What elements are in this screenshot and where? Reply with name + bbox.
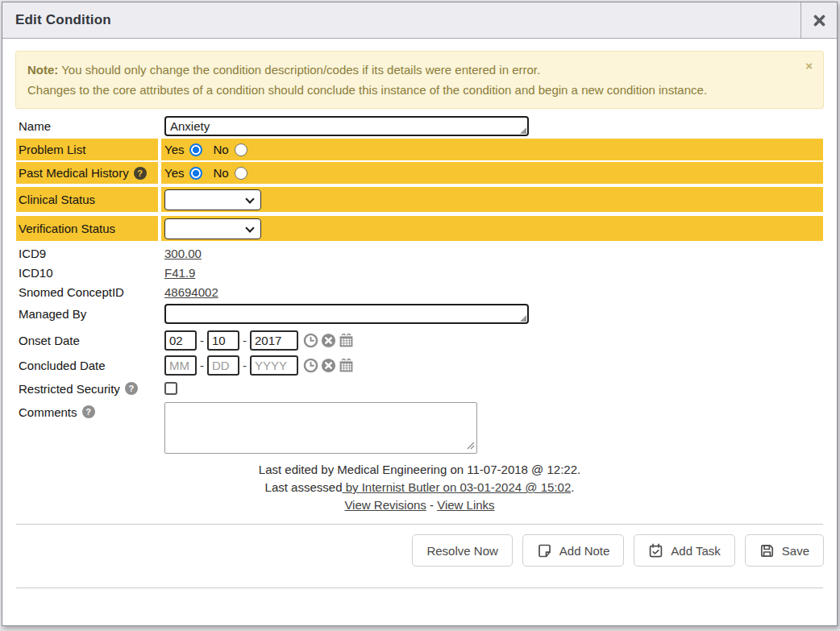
- divider: [16, 524, 823, 525]
- date-separator: -: [200, 359, 204, 372]
- close-icon: [813, 15, 825, 27]
- snomed-code-link[interactable]: 48694002: [164, 285, 218, 299]
- dialog-buttons: Resolve Now Add Note Add Task Save: [15, 534, 824, 567]
- pmh-yes-radio[interactable]: [189, 167, 202, 180]
- floppy-disk-icon: [759, 543, 775, 558]
- dialog-header: Edit Condition: [2, 2, 837, 39]
- snomed-label: Snomed ConceptID: [16, 283, 158, 301]
- concluded-year-input[interactable]: [250, 355, 298, 376]
- edit-condition-dialog: Edit Condition Note: You should only cha…: [2, 2, 838, 626]
- pmh-yes-label: Yes: [164, 166, 184, 180]
- view-revisions-link[interactable]: View Revisions: [344, 498, 426, 512]
- concluded-date-row: Concluded Date - -: [16, 354, 823, 376]
- pmh-no-label: No: [213, 166, 228, 180]
- calendar-icon[interactable]: [339, 358, 354, 373]
- view-links-line: View Revisions - View Links: [16, 496, 823, 514]
- chevron-down-icon: [245, 194, 254, 203]
- name-row: Name: [16, 114, 823, 137]
- verification-status-label: Verification Status: [16, 216, 158, 241]
- name-input[interactable]: [164, 116, 529, 136]
- last-assessed-link[interactable]: by Internist Butler on 03-01-2024 @ 15:0…: [342, 480, 571, 494]
- verification-status-select[interactable]: [164, 218, 261, 239]
- note-prefix: Note:: [27, 63, 58, 77]
- problem-list-row: Problem List Yes No: [16, 139, 823, 160]
- clinical-status-select[interactable]: [164, 189, 261, 210]
- help-circle-icon[interactable]: ?: [82, 405, 95, 418]
- snomed-row: Snomed ConceptID 48694002: [16, 283, 823, 301]
- date-separator: -: [243, 359, 247, 372]
- onset-month-input[interactable]: [164, 330, 197, 351]
- verification-status-row: Verification Status: [16, 216, 823, 241]
- problem-list-no-radio[interactable]: [235, 143, 247, 156]
- concluded-day-input[interactable]: [207, 355, 239, 376]
- date-separator: -: [200, 334, 204, 347]
- comments-row: Comments ?: [16, 402, 823, 454]
- add-task-button[interactable]: Add Task: [634, 534, 734, 567]
- calendar-check-icon: [648, 543, 663, 558]
- clear-circle-icon[interactable]: [321, 358, 336, 373]
- onset-year-input[interactable]: [250, 330, 298, 351]
- restricted-security-label: Restricted Security: [19, 382, 120, 396]
- note-banner: Note: You should only change the conditi…: [15, 51, 824, 109]
- resolve-now-button[interactable]: Resolve Now: [412, 534, 512, 567]
- icd9-label: ICD9: [16, 244, 158, 262]
- icd10-code-link[interactable]: F41.9: [164, 266, 195, 280]
- condition-form: Name Problem List Yes No Past: [16, 114, 823, 514]
- chevron-down-icon: [245, 223, 254, 232]
- view-links-link[interactable]: View Links: [437, 498, 494, 512]
- clear-circle-icon[interactable]: [321, 333, 336, 348]
- add-note-button[interactable]: Add Note: [522, 534, 625, 567]
- pmh-no-radio[interactable]: [235, 167, 247, 180]
- past-medical-history-row: Past Medical History ? Yes No: [16, 162, 823, 184]
- dialog-title: Edit Condition: [2, 2, 800, 38]
- problem-list-yes-label: Yes: [164, 143, 184, 156]
- managed-by-input[interactable]: [164, 304, 529, 324]
- clock-icon[interactable]: [303, 358, 318, 373]
- onset-day-input[interactable]: [207, 330, 239, 351]
- past-medical-history-label: Past Medical History: [19, 166, 129, 180]
- save-button[interactable]: Save: [745, 534, 824, 567]
- help-circle-icon[interactable]: ?: [134, 167, 147, 180]
- banner-dismiss-icon[interactable]: ×: [805, 60, 813, 72]
- onset-date-label: Onset Date: [16, 329, 158, 351]
- last-assessed-text: Last assessed by Internist Butler on 03-…: [16, 479, 823, 496]
- icd10-row: ICD10 F41.9: [16, 264, 823, 281]
- clinical-status-label: Clinical Status: [16, 187, 158, 212]
- icd9-row: ICD9 300.00: [16, 244, 823, 262]
- concluded-month-input[interactable]: [164, 355, 197, 376]
- name-label: Name: [16, 114, 158, 137]
- managed-by-row: Managed By: [16, 302, 823, 325]
- restricted-security-row: Restricted Security ?: [16, 380, 823, 397]
- audit-meta: Last edited by Medical Engineering on 11…: [16, 461, 823, 514]
- icd10-label: ICD10: [16, 264, 158, 281]
- concluded-date-label: Concluded Date: [16, 354, 158, 376]
- help-circle-icon[interactable]: ?: [125, 382, 138, 395]
- note-line-2: Changes to the core attributes of a cond…: [27, 80, 796, 100]
- problem-list-yes-radio[interactable]: [189, 143, 202, 156]
- comments-label: Comments: [19, 405, 77, 419]
- restricted-security-checkbox[interactable]: [164, 382, 177, 395]
- divider: [16, 587, 823, 588]
- managed-by-label: Managed By: [16, 302, 158, 325]
- date-separator: -: [243, 334, 247, 347]
- calendar-icon[interactable]: [339, 333, 354, 348]
- sticky-note-icon: [537, 543, 552, 558]
- problem-list-no-label: No: [213, 143, 228, 156]
- onset-date-row: Onset Date - -: [16, 329, 823, 351]
- note-line-1: Note: You should only change the conditi…: [27, 60, 796, 80]
- problem-list-label: Problem List: [16, 139, 158, 160]
- icd9-code-link[interactable]: 300.00: [164, 247, 202, 260]
- last-edited-text: Last edited by Medical Engineering on 11…: [16, 461, 823, 479]
- clock-icon[interactable]: [303, 333, 318, 348]
- clinical-status-row: Clinical Status: [16, 187, 823, 212]
- resize-grip-icon[interactable]: [467, 442, 475, 450]
- comments-textarea[interactable]: [164, 402, 477, 454]
- close-button[interactable]: [800, 2, 837, 38]
